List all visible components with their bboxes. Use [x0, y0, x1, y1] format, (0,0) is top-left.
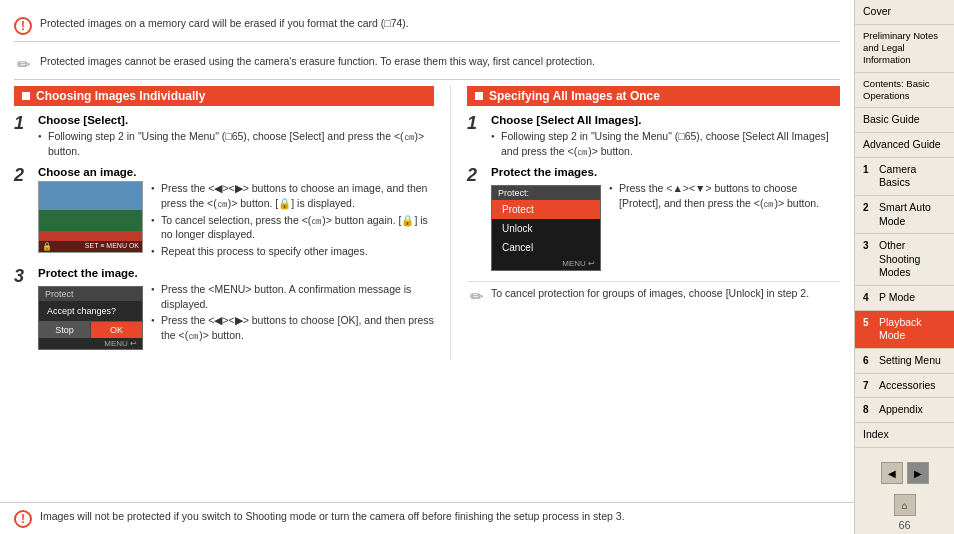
- bottom-warning-text: Images will not be protected if you swit…: [40, 509, 625, 524]
- ok-dialog-buttons: Stop OK: [39, 321, 142, 338]
- bottom-warning-icon: !: [14, 510, 32, 528]
- spec-note-text: To cancel protection for groups of image…: [491, 286, 809, 301]
- step-2-title: Choose an image.: [38, 166, 434, 178]
- spec-step-1-bullets: Following step 2 in "Using the Menu" (□6…: [491, 129, 840, 158]
- sidebar-item-contents[interactable]: Contents: Basic Operations: [855, 73, 954, 109]
- step-3-bullet-1: Press the <MENU> button. A confirmation …: [151, 282, 434, 311]
- specifying-section-header: Specifying All Images at Once: [467, 86, 840, 106]
- spec-step-1-title: Choose [Select All Images].: [491, 114, 840, 126]
- sidebar: Cover Preliminary Notes and Legal Inform…: [854, 0, 954, 534]
- step-1: 1 Choose [Select]. Following step 2 in "…: [14, 114, 434, 160]
- step-1-content: Choose [Select]. Following step 2 in "Us…: [38, 114, 434, 160]
- step-2-thumbnail: 🔒 SET ≡ MENU OK: [38, 181, 143, 253]
- sidebar-item-index[interactable]: Index: [855, 423, 954, 448]
- step-2-bullet-3: Repeat this process to specify other ima…: [151, 244, 434, 259]
- step-2-content: Choose an image. 🔒 SET ≡ MENU OK Press t…: [38, 166, 434, 260]
- warning-text-1: Protected images on a memory card will b…: [40, 16, 409, 31]
- spec-protect-title: Protect:: [492, 186, 600, 200]
- step-1-bullet-1: Following step 2 in "Using the Menu" (□6…: [38, 129, 434, 158]
- note-box-1: ✏ Protected images cannot be erased usin…: [14, 48, 840, 80]
- col-right: Specifying All Images at Once 1 Choose […: [450, 86, 840, 360]
- header-square: [22, 92, 30, 100]
- step-2-bullet-1: Press the <◀><▶> buttons to choose an im…: [151, 181, 434, 210]
- nav-home-btn[interactable]: ⌂: [894, 494, 916, 516]
- spec-protect-item-protect[interactable]: Protect: [492, 200, 600, 219]
- spec-step-1-number: 1: [467, 114, 481, 160]
- spec-step-2-bullets: Press the <▲><▼> buttons to choose [Prot…: [609, 181, 840, 212]
- nav-prev-btn[interactable]: ◀: [881, 462, 903, 484]
- nav-next-btn[interactable]: ▶: [907, 462, 929, 484]
- spec-step-2-bullet-1: Press the <▲><▼> buttons to choose [Prot…: [609, 181, 840, 210]
- bottom-warning: ! Images will not be protected if you sw…: [0, 502, 854, 534]
- step-2: 2 Choose an image. 🔒 SET ≡ MENU OK Pres: [14, 166, 434, 260]
- spec-step-2-number: 2: [467, 166, 481, 275]
- sidebar-item-cover[interactable]: Cover: [855, 0, 954, 25]
- step-3: 3 Protect the image. Protect Accept chan…: [14, 267, 434, 354]
- note-text-1: Protected images cannot be erased using …: [40, 54, 595, 69]
- spec-protect-item-unlock[interactable]: Unlock: [492, 219, 600, 238]
- sidebar-item-playback[interactable]: 5 Playback Mode: [855, 311, 954, 349]
- two-col-layout: Choosing Images Individually 1 Choose [S…: [14, 86, 840, 360]
- col-left: Choosing Images Individually 1 Choose [S…: [14, 86, 434, 360]
- note-icon-1: ✏: [14, 55, 32, 73]
- sidebar-item-accessories[interactable]: 7 Accessories: [855, 374, 954, 399]
- step-3-bullets: Press the <MENU> button. A confirmation …: [151, 282, 434, 345]
- warning-icon-1: !: [14, 17, 32, 35]
- spec-protect-item-cancel[interactable]: Cancel: [492, 238, 600, 257]
- step-3-title: Protect the image.: [38, 267, 434, 279]
- spec-note-icon: ✏: [467, 287, 485, 305]
- step-1-bullets: Following step 2 in "Using the Menu" (□6…: [38, 129, 434, 158]
- specifying-section-title: Specifying All Images at Once: [489, 89, 660, 103]
- step-3-bullet-2: Press the <◀><▶> buttons to choose [OK],…: [151, 313, 434, 342]
- sidebar-item-p-mode[interactable]: 4 P Mode: [855, 286, 954, 311]
- sidebar-item-other-shooting[interactable]: 3 Other Shooting Modes: [855, 234, 954, 286]
- spec-note-box: ✏ To cancel protection for groups of ima…: [467, 281, 840, 309]
- step-1-title: Choose [Select].: [38, 114, 434, 126]
- step-2-bullets: Press the <◀><▶> buttons to choose an im…: [151, 181, 434, 260]
- sidebar-item-advanced-guide[interactable]: Advanced Guide: [855, 133, 954, 158]
- ok-dialog-ok-btn[interactable]: OK: [91, 322, 142, 338]
- sidebar-item-smart-auto[interactable]: 2 Smart Auto Mode: [855, 196, 954, 234]
- choosing-section-title: Choosing Images Individually: [36, 89, 205, 103]
- step-2-bullet-2: To cancel selection, press the <(㎝)> but…: [151, 213, 434, 242]
- spec-step-1-content: Choose [Select All Images]. Following st…: [491, 114, 840, 160]
- spec-protect-dialog: Protect: Protect Unlock Cancel MENU ↩: [491, 185, 601, 271]
- ok-dialog: Protect Accept changes? Stop OK MENU ↩: [38, 286, 143, 350]
- spec-step-2-content: Protect the images. Protect: Protect Unl…: [491, 166, 840, 275]
- sidebar-nav: ◀ ▶: [855, 454, 954, 492]
- choosing-section-header: Choosing Images Individually: [14, 86, 434, 106]
- step-3-content: Protect the image. Protect Accept change…: [38, 267, 434, 354]
- ok-dialog-footer: MENU ↩: [39, 338, 142, 349]
- sidebar-item-setting-menu[interactable]: 6 Setting Menu: [855, 349, 954, 374]
- page-number: 66: [855, 516, 954, 534]
- spec-step-1: 1 Choose [Select All Images]. Following …: [467, 114, 840, 160]
- spec-protect-footer: MENU ↩: [492, 257, 600, 270]
- step-2-number: 2: [14, 166, 28, 260]
- step-3-number: 3: [14, 267, 28, 354]
- warning-box-1: ! Protected images on a memory card will…: [14, 10, 840, 42]
- main-content: ! Protected images on a memory card will…: [0, 0, 854, 534]
- sidebar-item-camera-basics[interactable]: 1 Camera Basics: [855, 158, 954, 196]
- spec-step-2-title: Protect the images.: [491, 166, 840, 178]
- ok-dialog-text: Accept changes?: [39, 301, 142, 321]
- step-1-number: 1: [14, 114, 28, 160]
- sidebar-item-appendix[interactable]: 8 Appendix: [855, 398, 954, 423]
- ok-dialog-protect-label: Protect: [39, 287, 142, 301]
- spec-step-1-bullet-1: Following step 2 in "Using the Menu" (□6…: [491, 129, 840, 158]
- spec-step-2: 2 Protect the images. Protect: Protect U…: [467, 166, 840, 275]
- ok-dialog-stop-btn[interactable]: Stop: [39, 322, 91, 338]
- spec-header-square: [475, 92, 483, 100]
- sidebar-item-preliminary[interactable]: Preliminary Notes and Legal Information: [855, 25, 954, 73]
- thumb-overlay: 🔒 SET ≡ MENU OK: [39, 241, 142, 252]
- sidebar-item-basic-guide[interactable]: Basic Guide: [855, 108, 954, 133]
